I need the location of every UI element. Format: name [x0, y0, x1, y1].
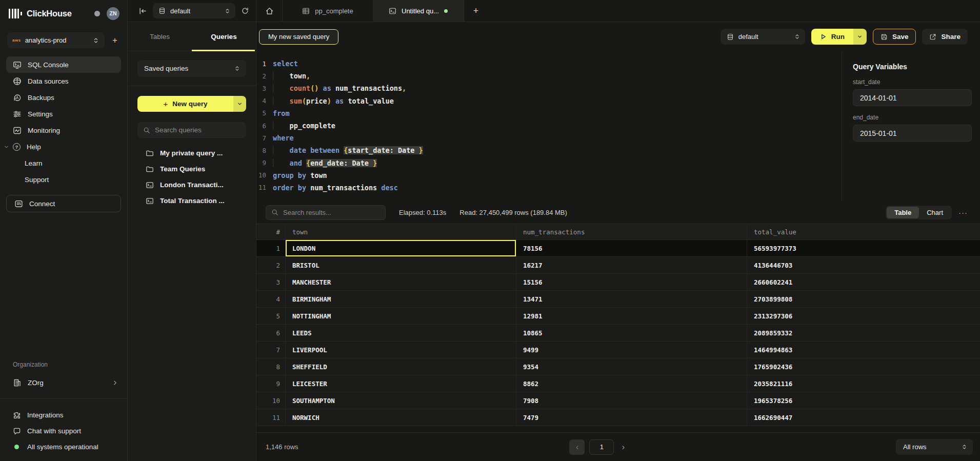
search-queries-input[interactable]: Search queries	[137, 122, 246, 138]
query-folder-item[interactable]: Team Queries	[137, 161, 246, 177]
run-options-button[interactable]	[853, 29, 867, 45]
data-cell[interactable]: 7908	[516, 392, 747, 409]
code-line[interactable]: 5from	[256, 107, 842, 119]
view-tab-table[interactable]: Table	[887, 207, 919, 218]
sidebar-item-support[interactable]: Support	[6, 171, 121, 188]
data-cell[interactable]: 2703899808	[747, 291, 980, 307]
code-line[interactable]: 3 count() as num_transactions,	[256, 82, 842, 94]
column-header[interactable]: total_value	[747, 224, 980, 239]
data-cell[interactable]: 10865	[516, 325, 747, 341]
search-results-input[interactable]: Search results...	[266, 205, 386, 220]
data-cell[interactable]: BIRMINGHAM	[286, 291, 516, 307]
column-header[interactable]: num_transactions	[516, 224, 747, 239]
sidebar-item-help[interactable]: ? Help	[6, 138, 121, 155]
sidebar-item-backups[interactable]: Backups	[6, 89, 121, 106]
data-cell[interactable]: 1464994863	[747, 342, 980, 358]
data-cell[interactable]: BRISTOL	[286, 257, 516, 273]
connect-button[interactable]: Connect	[6, 195, 121, 212]
code-line[interactable]: 1select	[256, 57, 842, 70]
data-cell[interactable]: SOUTHAMPTON	[286, 392, 516, 409]
data-cell[interactable]: 1965378256	[747, 392, 980, 409]
tab-tables[interactable]: Tables	[128, 22, 192, 51]
view-tab-chart[interactable]: Chart	[919, 207, 951, 218]
data-cell[interactable]: LIVERPOOL	[286, 342, 516, 358]
data-cell[interactable]: 2313297306	[747, 308, 980, 324]
add-service-button[interactable]: +	[109, 35, 121, 46]
next-page-button[interactable]: ›	[622, 442, 625, 452]
tab-pp-complete[interactable]: pp_complete	[283, 0, 373, 22]
notification-dot-icon[interactable]	[94, 11, 100, 16]
more-options-button[interactable]: ···	[958, 208, 968, 217]
data-cell[interactable]: 78156	[516, 240, 747, 256]
organization-switcher[interactable]: ZOrg	[0, 374, 127, 391]
refresh-icon[interactable]	[241, 7, 249, 15]
new-tab-button[interactable]: +	[464, 0, 488, 22]
data-cell[interactable]: 2089859332	[747, 325, 980, 341]
saved-query-item[interactable]: Total Transaction ...	[137, 193, 246, 209]
new-query-menu-button[interactable]	[233, 96, 246, 112]
data-cell[interactable]: 13471	[516, 291, 747, 307]
data-cell[interactable]: 4136446703	[747, 257, 980, 273]
code-line[interactable]: 10group by town	[256, 169, 842, 182]
sidebar-item-learn[interactable]: Learn	[6, 155, 121, 171]
code-line[interactable]: 4 sum(price) as total_value	[256, 95, 842, 107]
tab-untitled-query[interactable]: Untitled qu...	[373, 0, 464, 22]
column-header[interactable]: town	[286, 224, 516, 239]
code-line[interactable]: 2 town,	[256, 70, 842, 82]
code-line[interactable]: 8 date between {start_date: Date }	[256, 144, 842, 156]
query-filter-select[interactable]: Saved queries	[137, 60, 246, 77]
data-cell[interactable]: LONDON	[286, 240, 516, 256]
data-cell[interactable]: 1765902436	[747, 358, 980, 375]
data-cell[interactable]: MANCHESTER	[286, 274, 516, 290]
end-date-input[interactable]: 2015-01-01	[853, 125, 972, 142]
save-button[interactable]: Save	[873, 29, 916, 45]
code-line[interactable]: 11order by num_transactions desc	[256, 182, 842, 194]
data-cell[interactable]: SHEFFIELD	[286, 358, 516, 375]
data-cell[interactable]: 7479	[516, 409, 747, 426]
sidebar-item-monitoring[interactable]: Monitoring	[6, 122, 121, 138]
new-query-button[interactable]: + New query	[137, 96, 233, 112]
data-cell[interactable]: NOTTINGHAM	[286, 308, 516, 324]
home-icon	[265, 7, 274, 15]
user-avatar[interactable]: ZN	[107, 7, 119, 20]
data-cell[interactable]: 9499	[516, 342, 747, 358]
home-button[interactable]	[256, 0, 283, 22]
code-line[interactable]: 6 pp_complete	[256, 119, 842, 132]
sql-editor[interactable]: 1select2 town,3 count() as num_transacti…	[256, 51, 842, 201]
tab-queries[interactable]: Queries	[192, 22, 256, 51]
data-cell[interactable]: 2660602241	[747, 274, 980, 290]
integrations-link[interactable]: Integrations	[0, 407, 127, 423]
service-selector[interactable]: aws analytics-prod	[7, 32, 105, 48]
data-cell[interactable]: 12981	[516, 308, 747, 324]
data-cell[interactable]: 9354	[516, 358, 747, 375]
prev-page-button[interactable]: ‹	[569, 439, 585, 455]
data-cell[interactable]: NORWICH	[286, 409, 516, 426]
start-date-input[interactable]: 2014-01-01	[853, 89, 972, 106]
code-line[interactable]: 9 and {end_date: Date }	[256, 157, 842, 169]
code-line[interactable]: 7where	[256, 132, 842, 144]
sidebar-item-data-sources[interactable]: Data sources	[6, 73, 121, 89]
column-header[interactable]: #	[256, 224, 286, 239]
data-cell[interactable]: 56593977373	[747, 240, 980, 256]
saved-query-item[interactable]: London Transacti...	[137, 177, 246, 193]
system-status-link[interactable]: All systems operational	[0, 439, 127, 455]
data-cell[interactable]: 1662690447	[747, 409, 980, 426]
data-cell[interactable]: LEICESTER	[286, 375, 516, 392]
current-page-input[interactable]: 1	[589, 439, 614, 455]
query-folder-item[interactable]: My private query ...	[137, 145, 246, 161]
run-button[interactable]: Run	[811, 29, 853, 45]
data-cell[interactable]: 8862	[516, 375, 747, 392]
share-button[interactable]: Share	[922, 29, 968, 45]
database-selector[interactable]: default	[153, 3, 235, 18]
saved-query-name-tab[interactable]: My new saved query	[259, 29, 338, 45]
data-cell[interactable]: 2035821116	[747, 375, 980, 392]
run-database-selector[interactable]: default	[721, 29, 805, 45]
data-cell[interactable]: 16217	[516, 257, 747, 273]
sidebar-item-sql-console[interactable]: SQL Console	[6, 56, 121, 73]
data-cell[interactable]: LEEDS	[286, 325, 516, 341]
chat-support-link[interactable]: Chat with support	[0, 423, 127, 439]
data-cell[interactable]: 15156	[516, 274, 747, 290]
page-size-select[interactable]: All rows	[896, 439, 973, 455]
sidebar-item-settings[interactable]: Settings	[6, 106, 121, 122]
collapse-sidebar-icon[interactable]	[138, 7, 147, 15]
